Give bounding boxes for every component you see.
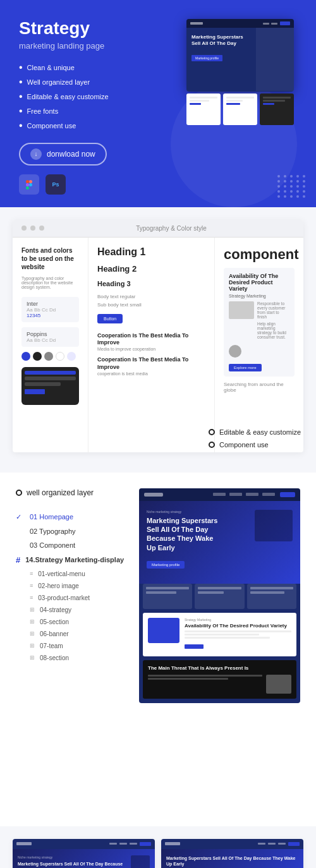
layer-sub-5: ⊞ 05-section [16, 616, 126, 628]
app-icons-row: Ps [19, 174, 158, 195]
layer-section-title: # 14.Strategy Marketing-display [16, 552, 126, 568]
mockup-nav-link-3 [246, 493, 258, 496]
font-chars-poppins: Aa Bb Cc Dd [27, 337, 74, 343]
heading-3-demo: Heading 3 [97, 280, 205, 287]
mockup-s3-image [266, 675, 291, 694]
screen-1-nav [13, 839, 155, 849]
screen-1-logo [16, 842, 32, 845]
figma-icon [19, 174, 39, 195]
preview-cards-row [186, 93, 294, 125]
mockup-navbar [139, 488, 300, 501]
typography-bullets: Editable & easy customize Component use [209, 428, 301, 454]
mobile-bar-1 [25, 371, 76, 375]
layer-sub-3: ≡ 03-product-market [16, 592, 126, 604]
component-icon-5: ⊞ [30, 654, 35, 661]
coop-text-2: Cooperation Is The Best Media To Improve… [97, 356, 205, 375]
mockup-card-line-4 [198, 591, 224, 594]
screen-2-link-3 [278, 843, 286, 845]
mockup-nav-link-2 [229, 493, 242, 496]
layer-sub-6: ⊞ 06-banner [16, 628, 126, 640]
comp-card-img [229, 301, 254, 319]
svg-rect-0 [26, 180, 29, 183]
feature-5: Component use [19, 120, 158, 131]
screen-1-nav-btn [140, 842, 151, 846]
comp-card-text: Responsible to every customer from start… [257, 301, 289, 342]
layer-sub-4: ⊞ 04-strategy [16, 604, 126, 616]
mockup-nav-link-4 [262, 493, 275, 496]
mobile-bar-2 [25, 377, 76, 380]
h1-label: Heading 1 [97, 246, 205, 258]
screen-2-nav [161, 839, 303, 849]
typography-header: Typography & Color style [13, 220, 303, 238]
typo-mid-panel: Heading 1 Heading 2 Heading 3 Body text … [88, 238, 215, 452]
download-button[interactable]: ↓ donwload now [19, 143, 107, 166]
layer-sub-1: ≡ 01-vertical-menu [16, 568, 126, 580]
font-chars-inter: Aa Bb Cc Dd [27, 307, 74, 313]
mockup-s3-line-2 [148, 678, 228, 680]
mockup-card-line-6 [250, 591, 285, 594]
mockup-s3-content [148, 675, 291, 694]
mockup-s3-text [148, 675, 262, 694]
mockup-s2-line-2 [185, 634, 259, 636]
mockup-s2-button [185, 644, 204, 649]
component-title: component [224, 246, 295, 263]
screens-row-1: Niche marketing strategy Marketing Super… [13, 839, 303, 868]
screen-2-nav-btn [288, 842, 300, 846]
svg-rect-3 [26, 186, 29, 190]
dots-decoration [277, 175, 307, 198]
feature-4: Free fonts [19, 105, 158, 117]
feature-3: Editable & easy customize [19, 91, 158, 102]
mockup-card-2 [195, 584, 244, 609]
mockup-card-line-3 [198, 587, 241, 589]
mobile-bar-3 [25, 382, 61, 386]
mockup-strategy-label: Niche marketing strategy [147, 510, 248, 514]
color-white [56, 352, 64, 361]
mockup-card-3 [247, 584, 296, 609]
layer-sub-7: ⊞ 07-team [16, 640, 126, 652]
hero-section: Strategy marketing landing page Clean & … [0, 0, 316, 207]
svg-rect-2 [26, 183, 29, 186]
screen-1-link-3 [130, 843, 137, 845]
mockup-s2-title: Availability Of The Desired Product Vari… [185, 623, 291, 629]
mockup-cards-row [139, 584, 300, 609]
mockup-s2-text: Strategy Marketing Availability Of The D… [185, 618, 291, 651]
mockup-section-3: The Main Threat That Is Always Present I… [143, 660, 296, 699]
mockup-nav-links [213, 493, 275, 496]
mockup-hero-title: Marketing Superstars Sell All Of The Day… [147, 516, 222, 552]
comp-card-subtitle: Strategy Marketing [229, 294, 289, 298]
layers-panel: well organized layer ✓ 01 Homepage 02 Ty… [16, 488, 126, 811]
hero-subtitle: marketing landing page [19, 41, 158, 51]
mockup-s2-line-1 [185, 630, 291, 632]
heading-2-demo: Heading 2 [97, 264, 205, 274]
screen-2: Marketing Superstars Sell All Of The Day… [161, 839, 303, 868]
comp-avatar [229, 345, 241, 358]
component-icon-3: ⊞ [30, 630, 35, 637]
screen-2-logo [165, 842, 180, 845]
font-swatch-poppins: Poppins Aa Bb Cc Dd [21, 327, 79, 347]
mockup-preview: Niche marketing strategy Marketing Super… [139, 488, 300, 703]
color-blue [21, 352, 30, 361]
header-dot-3 [39, 226, 44, 231]
screen-2-link-2 [268, 843, 276, 845]
typo-right-panel: component Availability Of The Desired Pr… [215, 238, 303, 452]
typography-header-title: Typography & Color style [48, 225, 295, 232]
download-icon: ↓ [30, 148, 42, 160]
svg-point-4 [29, 183, 32, 186]
mockup-s3-line-1 [148, 675, 262, 677]
list-icon-3: ≡ [30, 594, 33, 601]
btn-demo-blue: Button [97, 314, 123, 323]
screen-1-nav-links [109, 843, 137, 845]
mockup-card-line-1 [146, 587, 189, 589]
mockup-hero-image [255, 510, 293, 576]
screen-2-link-1 [258, 843, 265, 845]
layers-label-text: well organized layer [27, 488, 94, 497]
layer-sub-2: ≡ 02-hero image [16, 580, 126, 592]
typography-card: Typography & Color style Fonts and color… [13, 220, 303, 452]
sub-body-demo: Sub body text small [97, 302, 205, 308]
mobile-preview [21, 367, 79, 405]
layer-item-homepage: ✓ 01 Homepage [16, 510, 126, 524]
color-light-blue [67, 352, 76, 361]
typo-left-desc: Typography and color description for the… [21, 276, 79, 289]
typography-body: Fonts and colors to be used on the websi… [13, 238, 303, 452]
mockup-s3-title: The Main Threat That Is Always Present I… [148, 665, 291, 671]
